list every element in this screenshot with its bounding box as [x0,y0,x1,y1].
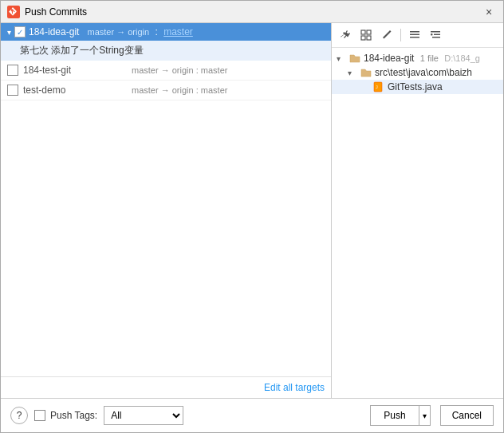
selected-repo-branch-to[interactable]: master [163,26,193,37]
cancel-button[interactable]: Cancel [440,405,494,426]
push-button-group: Push ▾ [370,405,430,426]
svg-rect-9 [434,34,440,36]
push-button[interactable]: Push [370,405,419,426]
edit-targets-row: Edit all targets [1,376,331,398]
close-button[interactable]: × [481,4,497,20]
selected-repo-name: 184-idea-git [29,26,79,37]
left-panel: ▾ 184-idea-git master → origin : master … [1,23,332,398]
repo-item-name-2: test-demo [23,85,127,96]
svg-rect-7 [410,37,419,38]
repo-item-branch-2: master → origin : master [132,85,227,95]
push-tags-checkbox[interactable] [34,410,45,421]
repo-item-branch-1: master → origin : master [132,65,227,75]
pin-button[interactable] [337,26,354,44]
right-tree-content: ▾ 184-idea-git 1 file D:\184_g ▾ [332,48,503,398]
right-panel: ▾ 184-idea-git 1 file D:\184_g ▾ [332,23,503,398]
tree-file-1[interactable]: J GitTests.java [332,80,503,94]
pin-icon [340,30,351,41]
repo-checkbox-checked[interactable] [14,26,26,37]
main-content: ▾ 184-idea-git master → origin : master … [1,23,503,398]
svg-rect-10 [432,37,440,38]
help-button[interactable]: ? [10,407,28,424]
list-item[interactable]: test-demo master → origin : master [1,81,331,100]
title-bar-left: Push Commits [7,6,87,18]
svg-text:J: J [376,85,378,89]
svg-rect-3 [361,36,365,40]
java-file-icon: J [373,81,384,93]
git-icon [7,6,20,18]
bottom-bar: ? Push Tags: All None Push ▾ Cancel [1,398,503,432]
svg-rect-4 [367,36,371,40]
push-tags-section: Push Tags: [34,410,97,421]
push-commits-dialog: Push Commits × ▾ 184-idea-git master → o… [0,0,504,433]
settings-icon [430,30,441,41]
tree-chevron-right-icon: ▾ [348,69,357,77]
toolbar-separator [400,29,401,41]
dialog-title: Push Commits [25,6,87,18]
push-dropdown-arrow[interactable]: ▾ [419,405,431,426]
tree-folder-1[interactable]: ▾ src\test\java\com\baizh [332,65,503,80]
svg-rect-11 [431,33,433,36]
push-tags-select[interactable]: All None [104,406,183,425]
title-bar: Push Commits × [1,1,503,23]
svg-rect-5 [410,31,419,33]
right-toolbar [332,23,503,48]
grid-icon [360,30,372,41]
list-button[interactable] [406,26,423,44]
selected-repo-header[interactable]: ▾ 184-idea-git master → origin : master [1,23,331,41]
tree-root-item[interactable]: ▾ 184-idea-git 1 file D:\184_g [332,51,503,65]
repo-checkbox-unchecked-1[interactable] [7,65,18,76]
colon-sep: : [152,26,160,37]
svg-rect-6 [410,34,419,36]
folder-icon [349,53,360,64]
list-icon [409,30,420,41]
repo-list: 184-test-git master → origin : master te… [1,61,331,376]
edit-button[interactable] [378,26,396,44]
settings-button[interactable] [427,26,444,44]
list-item[interactable]: 184-test-git master → origin : master [1,61,331,81]
commit-message: 第七次 添加了一个String变量 [1,41,331,61]
edit-all-targets-link[interactable]: Edit all targets [264,382,325,393]
svg-rect-8 [431,31,440,33]
grid-button[interactable] [357,26,375,44]
svg-rect-2 [367,30,371,34]
repo-item-name-1: 184-test-git [23,65,127,76]
tree-root-label: 184-idea-git 1 file D:\184_g [364,53,480,64]
selected-repo-branch-from: master → origin [82,27,149,37]
tree-file-label-1: GitTests.java [388,81,443,93]
svg-rect-1 [361,30,365,34]
tree-folder-label-1: src\test\java\com\baizh [375,67,472,78]
chevron-down-icon: ▾ [7,28,11,37]
folder-icon-2 [360,67,372,78]
push-tags-label: Push Tags: [50,410,97,421]
tree-chevron-down-icon: ▾ [337,54,346,63]
edit-icon [381,30,392,41]
repo-checkbox-unchecked-2[interactable] [7,85,18,96]
